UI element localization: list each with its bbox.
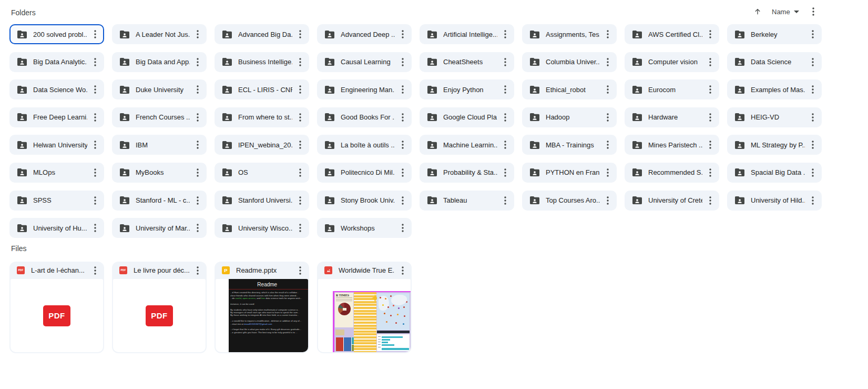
- folder-card[interactable]: Probability & Sta...: [420, 163, 514, 183]
- folder-card[interactable]: Big Data Analytic...: [9, 52, 104, 72]
- folder-card[interactable]: University Wisco...: [215, 218, 309, 238]
- folder-card[interactable]: HEIG-VD: [727, 107, 822, 127]
- folder-more-button[interactable]: [806, 55, 820, 69]
- folder-more-button[interactable]: [191, 83, 205, 96]
- folder-more-button[interactable]: [191, 166, 205, 179]
- file-card[interactable]: P Readme.pptx Readme ...d Hani created t…: [215, 262, 309, 353]
- folder-more-button[interactable]: [498, 27, 512, 41]
- folder-card[interactable]: MBA - Trainings: [522, 135, 617, 155]
- folder-more-button[interactable]: [703, 111, 717, 124]
- folder-more-button[interactable]: [293, 194, 307, 207]
- folder-card[interactable]: Machine Learnin...: [420, 135, 514, 155]
- folder-card[interactable]: MLOps: [9, 163, 104, 183]
- folder-card[interactable]: Workshops: [317, 218, 412, 238]
- folder-more-button[interactable]: [88, 166, 102, 179]
- folder-more-button[interactable]: [88, 27, 102, 41]
- folder-card[interactable]: Data Science: [727, 52, 822, 72]
- folder-card[interactable]: Ethical_robot: [522, 79, 617, 99]
- folder-more-button[interactable]: [498, 55, 512, 69]
- folder-more-button[interactable]: [703, 27, 717, 41]
- folder-card[interactable]: Artificial Intellige...: [420, 24, 514, 44]
- folder-more-button[interactable]: [396, 27, 410, 41]
- folder-card[interactable]: Assignments, Tes...: [522, 24, 617, 44]
- folder-more-button[interactable]: [88, 111, 102, 124]
- folder-card[interactable]: 200 solved probl...: [9, 24, 104, 44]
- folder-card[interactable]: IPEN_webina_20...: [215, 135, 309, 155]
- folder-more-button[interactable]: [293, 55, 307, 69]
- folder-card[interactable]: Business Intellige...: [215, 52, 309, 72]
- folder-more-button[interactable]: [191, 111, 205, 124]
- folder-more-button[interactable]: [293, 111, 307, 124]
- folder-more-button[interactable]: [806, 27, 820, 41]
- folder-more-button[interactable]: [191, 194, 205, 207]
- file-card[interactable]: Worldwide True E... R TIMES: [317, 262, 412, 353]
- folder-card[interactable]: Hardware: [625, 107, 719, 127]
- folder-card[interactable]: University of Mar...: [112, 218, 207, 238]
- folder-card[interactable]: Computer vision: [625, 52, 719, 72]
- folder-more-button[interactable]: [396, 194, 410, 207]
- folder-card[interactable]: Advanced Big Da...: [215, 24, 309, 44]
- folder-card[interactable]: Top Courses Aro...: [522, 191, 617, 211]
- folder-more-button[interactable]: [703, 138, 717, 152]
- folder-more-button[interactable]: [806, 138, 820, 152]
- folder-card[interactable]: ECL - LIRIS - CNRS: [215, 79, 309, 99]
- folder-card[interactable]: CheatSheets: [420, 52, 514, 72]
- folder-more-button[interactable]: [293, 221, 307, 235]
- folder-card[interactable]: AWS Certified Cl...: [625, 24, 719, 44]
- toolbar-more-button[interactable]: [805, 4, 821, 19]
- folder-card[interactable]: Berkeley: [727, 24, 822, 44]
- folder-more-button[interactable]: [293, 83, 307, 96]
- folder-more-button[interactable]: [293, 166, 307, 179]
- folder-more-button[interactable]: [806, 83, 820, 96]
- folder-card[interactable]: Duke University: [112, 79, 207, 99]
- file-more-button[interactable]: [293, 264, 307, 277]
- folder-more-button[interactable]: [601, 111, 615, 124]
- folder-more-button[interactable]: [806, 111, 820, 124]
- folder-more-button[interactable]: [88, 138, 102, 152]
- folder-more-button[interactable]: [88, 221, 102, 235]
- folder-card[interactable]: Helwan University: [9, 135, 104, 155]
- folder-card[interactable]: Eurocom: [625, 79, 719, 99]
- folder-card[interactable]: Stony Brook Univ...: [317, 191, 412, 211]
- file-more-button[interactable]: [396, 264, 410, 277]
- folder-more-button[interactable]: [396, 55, 410, 69]
- folder-card[interactable]: Data Science Wo...: [9, 79, 104, 99]
- sort-menu-button[interactable]: Name: [769, 6, 802, 18]
- folder-card[interactable]: Spacial Big Data ...: [727, 163, 822, 183]
- folder-more-button[interactable]: [396, 221, 410, 235]
- folder-card[interactable]: ML Strategy by P...: [727, 135, 822, 155]
- folder-card[interactable]: Causal Learning: [317, 52, 412, 72]
- folder-more-button[interactable]: [88, 55, 102, 69]
- folder-card[interactable]: Recommended S...: [625, 163, 719, 183]
- folder-card[interactable]: IBM: [112, 135, 207, 155]
- folder-more-button[interactable]: [191, 221, 205, 235]
- folder-more-button[interactable]: [396, 166, 410, 179]
- folder-more-button[interactable]: [293, 138, 307, 152]
- folder-more-button[interactable]: [601, 83, 615, 96]
- folder-more-button[interactable]: [498, 83, 512, 96]
- folder-more-button[interactable]: [293, 27, 307, 41]
- folder-more-button[interactable]: [498, 194, 512, 207]
- folder-card[interactable]: Politecnico Di Mil...: [317, 163, 412, 183]
- folder-card[interactable]: University of Hild...: [727, 191, 822, 211]
- folder-more-button[interactable]: [191, 27, 205, 41]
- folder-more-button[interactable]: [396, 83, 410, 96]
- folder-more-button[interactable]: [191, 138, 205, 152]
- folder-card[interactable]: SPSS: [9, 191, 104, 211]
- folder-more-button[interactable]: [703, 55, 717, 69]
- folder-card[interactable]: MyBooks: [112, 163, 207, 183]
- file-card[interactable]: PDF L-art de l-échan... PDF: [9, 262, 104, 353]
- folder-card[interactable]: Advanced Deep ...: [317, 24, 412, 44]
- folder-more-button[interactable]: [703, 83, 717, 96]
- folder-more-button[interactable]: [601, 166, 615, 179]
- folder-card[interactable]: From where to st...: [215, 107, 309, 127]
- folder-card[interactable]: Big Data and App...: [112, 52, 207, 72]
- folder-card[interactable]: French Courses ...: [112, 107, 207, 127]
- folder-card[interactable]: University of Crete: [625, 191, 719, 211]
- folder-more-button[interactable]: [703, 166, 717, 179]
- folder-more-button[interactable]: [601, 194, 615, 207]
- folder-card[interactable]: Mines Paristech ...: [625, 135, 719, 155]
- folder-card[interactable]: Columbia Univer...: [522, 52, 617, 72]
- folder-card[interactable]: Hadoop: [522, 107, 617, 127]
- folder-more-button[interactable]: [703, 194, 717, 207]
